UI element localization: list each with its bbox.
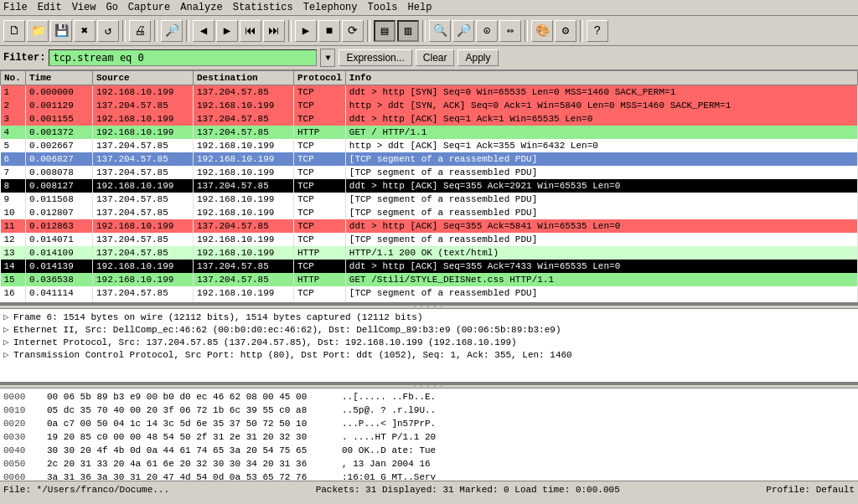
table-row[interactable]: 2 0.001129 137.204.57.85 192.168.10.199 … <box>1 99 858 112</box>
table-row[interactable]: 4 0.001372 192.168.10.199 137.204.57.85 … <box>1 126 858 139</box>
cell-info: ddt > http [ACK] Seq=355 Ack=5841 Win=65… <box>345 219 857 233</box>
packet-list-container[interactable]: No. Time Source Destination Protocol Inf… <box>0 70 858 305</box>
cell-no: 16 <box>1 286 26 300</box>
col-header-destination[interactable]: Destination <box>194 71 294 85</box>
cell-no: 6 <box>1 152 26 166</box>
cell-time: 0.001372 <box>26 126 93 139</box>
resize-cols-button[interactable]: ⇔ <box>499 20 521 42</box>
go-first-button[interactable]: ⏮ <box>240 20 261 42</box>
table-row[interactable]: 6 0.006827 137.204.57.85 192.168.10.199 … <box>1 152 858 166</box>
table-row[interactable]: 10 0.012807 137.204.57.85 192.168.10.199… <box>1 206 858 219</box>
table-row[interactable]: 7 0.008078 137.204.57.85 192.168.10.199 … <box>1 166 858 179</box>
apply-button[interactable]: Apply <box>457 49 498 66</box>
menu-tools[interactable]: Tools <box>368 2 398 13</box>
cell-source: 137.204.57.85 <box>93 166 194 179</box>
menu-help[interactable]: Help <box>408 2 432 13</box>
help-button[interactable]: ? <box>587 20 608 42</box>
list-view-button[interactable]: ▤ <box>374 20 395 42</box>
cell-destination: 192.168.10.199 <box>194 246 294 260</box>
col-header-no[interactable]: No. <box>1 71 26 85</box>
detail-text: Transmission Control Protocol, Src Port:… <box>13 350 572 360</box>
find-button[interactable]: 🔎 <box>161 20 183 42</box>
prefs-button[interactable]: ⚙ <box>555 20 576 42</box>
clear-button[interactable]: Clear <box>416 49 455 66</box>
table-row[interactable]: 9 0.011568 137.204.57.85 192.168.10.199 … <box>1 193 858 206</box>
hex-dump-panel[interactable]: 000000 06 5b 89 b3 e9 00 b0 d0 ec 46 62 … <box>0 388 858 481</box>
menu-capture[interactable]: Capture <box>128 2 170 13</box>
cell-time: 0.006827 <box>26 152 93 166</box>
cell-info: ddt > http [ACK] Seq=355 Ack=2921 Win=65… <box>345 179 857 193</box>
menu-file[interactable]: File <box>3 2 28 13</box>
table-row[interactable]: 11 0.012863 192.168.10.199 137.204.57.85… <box>1 219 858 233</box>
col-header-source[interactable]: Source <box>93 71 194 85</box>
col-header-time[interactable]: Time <box>26 71 93 85</box>
back-button[interactable]: ◀ <box>193 20 214 42</box>
cell-source: 137.204.57.85 <box>93 139 194 152</box>
hex-offset: 0010 <box>3 404 37 417</box>
hex-bytes: 19 20 85 c0 00 00 48 54 50 2f 31 2e 31 2… <box>47 430 332 444</box>
table-row[interactable]: 8 0.008127 192.168.10.199 137.204.57.85 … <box>1 179 858 193</box>
detail-row[interactable]: ▷ Transmission Control Protocol, Src Por… <box>2 348 856 361</box>
filter-input[interactable] <box>49 49 317 66</box>
new-capture-button[interactable]: 🗋 <box>3 20 25 42</box>
hex-ascii: ...P...< ]n57PrP. <box>342 417 436 430</box>
expand-arrow-icon: ▷ <box>3 337 13 347</box>
table-row[interactable]: 15 0.036538 192.168.10.199 137.204.57.85… <box>1 273 858 286</box>
cell-time: 0.011568 <box>26 193 93 206</box>
reload-button[interactable]: ↺ <box>97 20 119 42</box>
hex-offset: 0050 <box>3 457 37 471</box>
menu-telephony[interactable]: Telephony <box>303 2 358 13</box>
menu-edit[interactable]: Edit <box>38 2 62 13</box>
go-last-button[interactable]: ⏭ <box>263 20 285 42</box>
zoom-in-button[interactable]: 🔍 <box>429 20 451 42</box>
colorize-button[interactable]: 🎨 <box>531 20 553 42</box>
expression-button[interactable]: Expression... <box>339 49 411 66</box>
cell-info: [TCP segment of a reassembled PDU] <box>345 152 857 166</box>
menu-analyze[interactable]: Analyze <box>180 2 222 13</box>
table-row[interactable]: 1 0.000000 192.168.10.199 137.204.57.85 … <box>1 85 858 99</box>
table-row[interactable]: 3 0.001155 192.168.10.199 137.204.57.85 … <box>1 112 858 126</box>
filter-dropdown-button[interactable]: ▼ <box>320 49 335 67</box>
cell-source: 192.168.10.199 <box>93 85 194 99</box>
detail-row[interactable]: ▷ Ethernet II, Src: DellComp_ec:46:62 (0… <box>2 323 856 336</box>
menu-view[interactable]: View <box>72 2 96 13</box>
cell-source: 137.204.57.85 <box>93 300 194 306</box>
capture-start-button[interactable]: ▶ <box>295 20 317 42</box>
close-file-button[interactable]: ✖ <box>74 20 96 42</box>
detail-text: Frame 6: 1514 bytes on wire (12112 bits)… <box>13 312 422 322</box>
menu-go[interactable]: Go <box>106 2 117 13</box>
detail-text: Internet Protocol, Src: 137.204.57.85 (1… <box>13 337 517 347</box>
table-row[interactable]: 5 0.002667 137.204.57.85 192.168.10.199 … <box>1 139 858 152</box>
open-file-button[interactable]: 📁 <box>27 20 49 42</box>
print-button[interactable]: 🖨 <box>129 20 151 42</box>
forward-button[interactable]: ▶ <box>216 20 238 42</box>
cell-info: [TCP segment of a reassembled PDU] <box>345 166 857 179</box>
packet-details-panel[interactable]: ▷ Frame 6: 1514 bytes on wire (12112 bit… <box>0 309 858 384</box>
capture-stop-button[interactable]: ■ <box>318 20 340 42</box>
capture-restart-button[interactable]: ⟳ <box>342 20 364 42</box>
table-row[interactable]: 16 0.041114 137.204.57.85 192.168.10.199… <box>1 286 858 300</box>
detail-view-button[interactable]: ▥ <box>397 20 419 42</box>
table-row[interactable]: 14 0.014139 192.168.10.199 137.204.57.85… <box>1 260 858 273</box>
table-row[interactable]: 17 0.042346 137.204.57.85 192.168.10.199… <box>1 300 858 306</box>
cell-info: ddt > http [ACK] Seq=1 Ack=1 Win=65535 L… <box>345 112 857 126</box>
col-header-protocol[interactable]: Protocol <box>294 71 346 85</box>
cell-no: 4 <box>1 126 26 139</box>
zoom-reset-button[interactable]: ⊙ <box>476 20 498 42</box>
cell-protocol: TCP <box>294 219 346 233</box>
hex-offset: 0000 <box>3 390 37 404</box>
detail-row[interactable]: ▷ Frame 6: 1514 bytes on wire (12112 bit… <box>2 311 856 323</box>
cell-time: 0.014139 <box>26 260 93 273</box>
save-file-button[interactable]: 💾 <box>50 20 72 42</box>
col-header-info[interactable]: Info <box>345 71 857 85</box>
cell-no: 10 <box>1 206 26 219</box>
table-row[interactable]: 13 0.014109 137.204.57.85 192.168.10.199… <box>1 246 858 260</box>
cell-protocol: TCP <box>294 233 346 246</box>
cell-destination: 137.204.57.85 <box>194 260 294 273</box>
menu-statistics[interactable]: Statistics <box>233 2 293 13</box>
detail-row[interactable]: ▷ Internet Protocol, Src: 137.204.57.85 … <box>2 336 856 348</box>
cell-no: 3 <box>1 112 26 126</box>
cell-info: ddt > http [ACK] Seq=355 Ack=7433 Win=65… <box>345 260 857 273</box>
table-row[interactable]: 12 0.014071 137.204.57.85 192.168.10.199… <box>1 233 858 246</box>
zoom-out-button[interactable]: 🔎 <box>452 20 474 42</box>
